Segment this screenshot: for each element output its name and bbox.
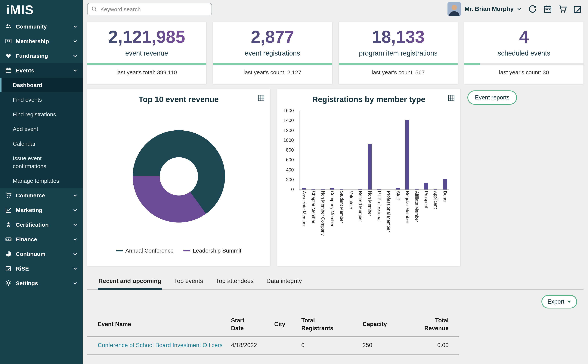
sidebar-subitem-calendar[interactable]: Calendar xyxy=(0,136,83,151)
tab-recent-and-upcoming[interactable]: Recent and upcoming xyxy=(98,274,162,289)
sidebar-item-label: Community xyxy=(16,23,69,30)
bar-column: Regular Member xyxy=(402,111,412,236)
sidebar-item-rise[interactable]: RiSE xyxy=(0,261,83,276)
bar-column: Staff xyxy=(393,111,402,236)
bar xyxy=(349,189,353,189)
stat-card-program-item-registrations: 18,133 program item registrations last y… xyxy=(339,22,458,84)
sidebar-item-finance[interactable]: Finance xyxy=(0,232,83,247)
bar-zone xyxy=(374,111,384,189)
stat-footer: last year's total: 399,110 xyxy=(87,69,206,75)
imis-logo: iMIS xyxy=(0,0,83,19)
app-window: iMIS Community Membership Fundraising Ev… xyxy=(0,0,588,364)
stat-card-event-registrations: 2,877 event registrations last year's co… xyxy=(213,22,332,84)
table-view-icon[interactable] xyxy=(448,94,455,102)
col-header-capacity[interactable]: Capacity xyxy=(360,313,414,336)
tab-top-events[interactable]: Top events xyxy=(173,274,204,289)
sidebar-item-certification[interactable]: Certification xyxy=(0,217,83,232)
bar-column: Prospect xyxy=(421,111,431,236)
y-tick-label: 1600 xyxy=(283,108,294,113)
bar-columns: Associate MemberChapter MemberNon Member… xyxy=(299,111,449,236)
export-button[interactable]: Export xyxy=(541,295,577,308)
sidebar-item-fundraising[interactable]: Fundraising xyxy=(0,49,83,63)
bar-category-label: Associate Member xyxy=(302,191,306,227)
bar-zone xyxy=(308,111,318,189)
cart-icon[interactable] xyxy=(558,5,567,13)
sidebar-subitem-dashboard[interactable]: Dashboard xyxy=(0,78,83,92)
table-view-icon[interactable] xyxy=(257,94,265,102)
cell-start-date: 4/18/2022 xyxy=(228,336,271,354)
table-header-row: Event Name Start Date City Total Registr… xyxy=(87,313,459,336)
tab-data-integrity[interactable]: Data integrity xyxy=(266,274,303,289)
sidebar-subitem-add-event[interactable]: Add event xyxy=(0,122,83,136)
bar-zone xyxy=(431,111,440,189)
sidebar-item-label: Events xyxy=(16,67,69,74)
sidebar-subitem-manage-templates[interactable]: Manage templates xyxy=(0,174,83,188)
bar-zone xyxy=(346,111,355,189)
sidebar-item-marketing[interactable]: Marketing xyxy=(0,203,83,217)
donut-chart xyxy=(133,130,225,222)
bar xyxy=(414,189,418,189)
continuum-icon xyxy=(5,251,12,257)
registrations-by-member-type-card: Registrations by member type 02004006008… xyxy=(277,89,460,266)
y-tick-label: 1200 xyxy=(283,128,294,133)
stat-label: scheduled events xyxy=(465,50,584,57)
bar-column: Chapter Member xyxy=(308,111,318,236)
finance-icon xyxy=(5,236,12,243)
col-header-total-registrants[interactable]: Total Registrants xyxy=(298,313,360,336)
legend-swatch xyxy=(183,250,190,251)
progress-track xyxy=(87,63,206,65)
col-header-start-date[interactable]: Start Date xyxy=(228,313,271,336)
chevron-down-icon xyxy=(73,281,77,286)
progress-track xyxy=(465,63,584,65)
compose-icon[interactable] xyxy=(573,5,582,13)
stats-row: 2,121,985 event revenue last year's tota… xyxy=(87,22,583,84)
bar xyxy=(443,179,447,189)
col-header-city[interactable]: City xyxy=(271,313,298,336)
search-input[interactable] xyxy=(100,6,208,12)
chevron-down-icon xyxy=(73,68,77,73)
bar-column: Retired Member xyxy=(355,111,365,236)
topbar: Mr. Brian Murphy xyxy=(83,0,588,18)
legend-swatch xyxy=(116,250,123,251)
y-tick-label: 0 xyxy=(291,187,294,192)
cell-city xyxy=(271,336,298,354)
bar xyxy=(330,188,334,189)
event-link[interactable]: Conference of School Board Investment Of… xyxy=(98,342,223,348)
bar-column: Donor xyxy=(440,111,449,236)
sidebar-item-label: Settings xyxy=(16,280,69,286)
event-reports-button[interactable]: Event reports xyxy=(468,91,517,105)
sidebar-item-settings[interactable]: Settings xyxy=(0,276,83,291)
stat-card-event-revenue: 2,121,985 event revenue last year's tota… xyxy=(87,22,206,84)
sidebar-subitem-issue-event-confirmations[interactable]: Issue event confirmations xyxy=(0,151,75,174)
chevron-down-icon xyxy=(73,54,77,58)
sidebar-item-membership[interactable]: Membership xyxy=(0,34,83,49)
sidebar-item-continuum[interactable]: Continuum xyxy=(0,247,83,261)
sidebar-subitem-find-registrations[interactable]: Find registrations xyxy=(0,107,83,122)
fundraising-icon xyxy=(5,53,12,59)
charts-row: Top 10 event revenue Annual Conference xyxy=(87,89,583,266)
topbar-icons xyxy=(528,5,582,13)
bar-column: Non Member Company xyxy=(318,111,327,236)
bar-zone xyxy=(318,111,327,189)
tab-top-attendees[interactable]: Top attendees xyxy=(215,274,254,289)
community-icon xyxy=(5,23,12,30)
col-header-event-name[interactable]: Event Name xyxy=(87,313,228,336)
stat-value: 2,877 xyxy=(213,27,332,47)
donut-legend: Annual Conference Leadership Summit xyxy=(87,247,270,254)
stat-footer: last year's count: 567 xyxy=(339,69,458,75)
chevron-down-icon xyxy=(73,39,77,44)
export-label: Export xyxy=(548,298,564,305)
bar-zone xyxy=(299,111,308,189)
bars-area: 02004006008001000120014001600 Associate … xyxy=(299,111,460,236)
sidebar-item-community[interactable]: Community xyxy=(0,19,83,34)
table-row: Conference of School Board Investment Of… xyxy=(87,336,459,354)
sidebar-item-events[interactable]: Events xyxy=(0,63,83,78)
sidebar-item-commerce[interactable]: Commerce xyxy=(0,188,83,203)
sidebar-item-label: Membership xyxy=(16,38,69,45)
sidebar-item-label: Commerce xyxy=(16,192,69,199)
sidebar-subitem-find-events[interactable]: Find events xyxy=(0,92,83,107)
calendar-icon[interactable] xyxy=(543,5,552,13)
user-menu[interactable]: Mr. Brian Murphy xyxy=(448,2,521,16)
refresh-icon[interactable] xyxy=(528,5,537,13)
col-header-total-revenue[interactable]: Total Revenue xyxy=(414,313,459,336)
